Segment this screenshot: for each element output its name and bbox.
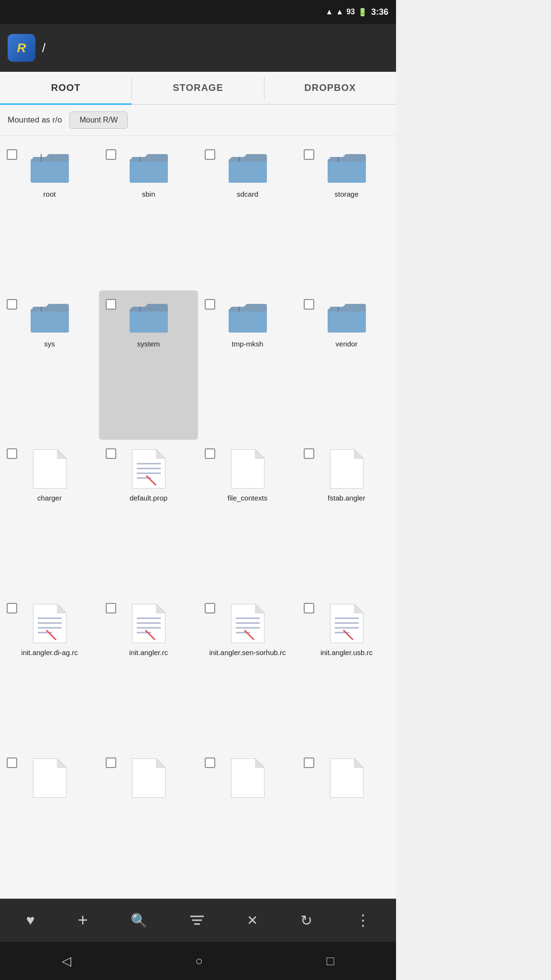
list-item[interactable]: [0, 749, 99, 894]
app-header: R /: [0, 24, 396, 72]
textfile-icon: [132, 449, 165, 489]
favorite-button[interactable]: ♥: [20, 907, 42, 933]
list-item[interactable]: tmp-mksh: [198, 290, 297, 440]
tab-bar: ROOT STORAGE DROPBOX: [0, 72, 396, 105]
svg-marker-55: [255, 758, 264, 768]
file-icon: [231, 449, 264, 489]
checkbox-root[interactable]: [7, 149, 17, 160]
tab-dropbox[interactable]: DROPBOX: [264, 72, 396, 104]
list-item[interactable]: init.angler.sen-sorhub.rc: [198, 594, 297, 749]
checkbox-init-diag[interactable]: [7, 603, 17, 613]
wifi-icon: ▲: [325, 8, 333, 16]
checkbox-init-sensor[interactable]: [205, 603, 215, 613]
checkbox-sdcard[interactable]: [205, 149, 215, 160]
file-grid: root sbin sdcard: [0, 136, 396, 899]
file-label: init.angler.rc: [129, 648, 168, 657]
more-options-button[interactable]: ⋮: [349, 906, 376, 934]
textfile-icon: [330, 604, 364, 643]
svg-marker-30: [156, 604, 165, 613]
checkbox-init-usb[interactable]: [304, 603, 314, 613]
file-label: system: [137, 339, 160, 349]
refresh-button[interactable]: ↻: [294, 907, 319, 934]
svg-marker-37: [255, 604, 264, 613]
checkbox-default-prop[interactable]: [106, 448, 116, 459]
file-icon: [330, 449, 364, 489]
list-item[interactable]: [198, 749, 297, 894]
checkbox-fstab-angler[interactable]: [304, 448, 314, 459]
file-label: fstab.angler: [328, 493, 365, 503]
list-item[interactable]: sys: [0, 290, 99, 440]
status-icons: ▲ ▲ 93 🔋: [325, 8, 367, 17]
list-item[interactable]: fstab.angler: [297, 440, 396, 594]
checkbox-storage[interactable]: [304, 149, 314, 160]
folder-icon: [229, 150, 267, 185]
checkbox-file-contexts[interactable]: [205, 448, 215, 459]
textfile-icon: [132, 604, 165, 643]
signal-icon: ▲: [336, 8, 343, 16]
file-icon: [330, 758, 364, 798]
tab-storage[interactable]: STORAGE: [132, 72, 264, 104]
file-icon: [33, 758, 66, 798]
list-item[interactable]: vendor: [297, 290, 396, 440]
filter-button[interactable]: [184, 910, 210, 931]
svg-marker-51: [57, 758, 66, 768]
home-button[interactable]: ○: [186, 949, 212, 973]
checkbox-vendor[interactable]: [304, 299, 314, 310]
checkbox-sbin[interactable]: [106, 149, 116, 160]
current-path: /: [42, 41, 45, 56]
mount-rw-button[interactable]: Mount R/W: [69, 111, 128, 129]
mount-bar: Mounted as r/o Mount R/W: [0, 105, 396, 136]
folder-icon: [130, 300, 168, 334]
checkbox-charger[interactable]: [7, 448, 17, 459]
battery-level: 93: [346, 8, 355, 16]
svg-marker-10: [57, 449, 66, 459]
list-item[interactable]: init.angler.usb.rc: [297, 594, 396, 749]
list-item[interactable]: root: [0, 141, 99, 290]
search-button[interactable]: 🔍: [124, 908, 154, 933]
file-icon: [33, 449, 66, 489]
add-button[interactable]: +: [71, 905, 94, 935]
clock: 3:36: [371, 7, 388, 17]
checkbox-row5-4[interactable]: [304, 757, 314, 768]
list-item[interactable]: init.angler.di-ag.rc: [0, 594, 99, 749]
list-item[interactable]: sdcard: [198, 141, 297, 290]
checkbox-row5-3[interactable]: [205, 757, 215, 768]
file-label: storage: [334, 189, 358, 199]
tab-root[interactable]: ROOT: [0, 72, 132, 104]
checkbox-tmp-mksh[interactable]: [205, 299, 215, 310]
file-label: init.angler.usb.rc: [320, 648, 373, 657]
file-label: init.angler.sen-sorhub.rc: [209, 648, 286, 657]
file-label: root: [44, 189, 56, 199]
file-icon: [231, 758, 264, 798]
list-item[interactable]: file_contexts: [198, 440, 297, 594]
folder-icon: [328, 150, 366, 185]
close-button[interactable]: ✕: [240, 908, 264, 933]
list-item[interactable]: init.angler.rc: [99, 594, 198, 749]
checkbox-row5-2[interactable]: [106, 757, 116, 768]
list-item[interactable]: system: [99, 290, 198, 440]
checkbox-sys[interactable]: [7, 299, 17, 310]
list-item[interactable]: [99, 749, 198, 894]
list-item[interactable]: default.prop: [99, 440, 198, 594]
back-button[interactable]: ◁: [52, 949, 81, 973]
list-item[interactable]: [297, 749, 396, 894]
list-item[interactable]: storage: [297, 141, 396, 290]
folder-icon: [229, 300, 267, 334]
svg-marker-44: [354, 604, 364, 613]
file-label: init.angler.di-ag.rc: [21, 648, 77, 657]
nav-bar: ◁ ○ □: [0, 942, 396, 980]
svg-marker-12: [156, 449, 165, 459]
checkbox-system[interactable]: [106, 299, 116, 310]
file-label: sys: [44, 339, 55, 349]
recents-button[interactable]: □: [317, 949, 344, 973]
checkbox-init-angler-rc[interactable]: [106, 603, 116, 613]
svg-marker-21: [354, 449, 364, 459]
list-item[interactable]: sbin: [99, 141, 198, 290]
svg-marker-19: [255, 449, 264, 459]
folder-icon: [31, 300, 69, 334]
file-label: vendor: [336, 339, 358, 349]
list-item[interactable]: charger: [0, 440, 99, 594]
file-label: charger: [37, 493, 62, 503]
file-label: sbin: [142, 189, 155, 199]
checkbox-row5-1[interactable]: [7, 757, 17, 768]
